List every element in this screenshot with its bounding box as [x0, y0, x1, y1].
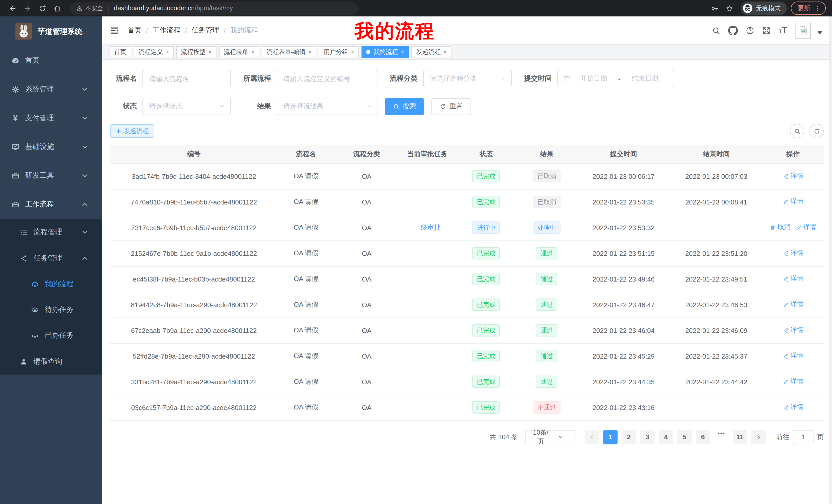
page-button[interactable]: 1 — [603, 430, 618, 444]
detail-link[interactable]: 详情 — [796, 223, 816, 232]
home-icon[interactable] — [53, 4, 61, 12]
detail-link[interactable]: 详情 — [783, 403, 803, 412]
caret-down-icon[interactable] — [815, 28, 824, 37]
back-icon[interactable] — [9, 4, 17, 12]
close-icon[interactable]: × — [400, 48, 404, 55]
process-definition-input[interactable] — [277, 70, 378, 87]
refresh-table-button[interactable] — [809, 124, 824, 138]
sidebar-item[interactable]: 基础设施 — [0, 133, 102, 161]
tab-chip[interactable]: 流程模型× — [176, 46, 216, 58]
more-pages-icon[interactable]: ••• — [714, 430, 729, 444]
cell-id: 331bc281-7b9a-11ec-a290-acde48001122 — [110, 369, 278, 395]
tab-chip[interactable]: 发起流程× — [411, 46, 451, 58]
cell-name: OA 请假 — [278, 189, 334, 215]
address-bar[interactable]: 不安全 dashboard.yudao.iocoder.cn /bpm/task… — [70, 2, 358, 15]
sidebar-item[interactable]: 请假查询 — [0, 348, 102, 374]
sidebar-item[interactable]: 我的流程 — [0, 271, 102, 297]
close-icon[interactable]: × — [165, 48, 169, 55]
create-process-button[interactable]: 发起流程 — [110, 124, 154, 138]
sidebar-item[interactable]: 系统管理 — [0, 75, 102, 104]
toggle-search-button[interactable] — [790, 124, 804, 138]
page-button[interactable]: 6 — [696, 430, 710, 444]
search-icon[interactable] — [712, 26, 721, 35]
detail-link[interactable]: 详情 — [783, 300, 803, 309]
avatar[interactable] — [795, 22, 811, 38]
detail-link[interactable]: 详情 — [783, 377, 803, 386]
end-date-placeholder[interactable]: 结束日期 — [621, 74, 669, 83]
cell-category: OA — [334, 163, 399, 189]
update-button[interactable]: 更新 — [791, 2, 826, 15]
breadcrumb-home[interactable]: 首页 — [128, 26, 141, 35]
sidebar-fold-icon[interactable] — [109, 25, 119, 35]
sidebar-item[interactable]: 首页 — [0, 46, 102, 75]
help-icon[interactable] — [746, 26, 754, 35]
close-icon[interactable]: × — [251, 48, 255, 55]
tab-chip[interactable]: 首页 — [109, 46, 131, 58]
close-icon[interactable]: × — [208, 48, 212, 55]
start-date-placeholder[interactable]: 开始日期 — [570, 74, 617, 83]
cell-submit-time: 2022-01-22 23:46:47 — [577, 292, 670, 317]
github-icon[interactable] — [728, 25, 738, 35]
password-key-icon[interactable] — [711, 4, 718, 12]
submit-time-range[interactable]: 开始日期 - 结束日期 — [557, 70, 674, 87]
reset-button[interactable]: 重置 — [432, 98, 471, 115]
close-icon[interactable]: × — [443, 48, 447, 55]
tab-chip[interactable]: 流程表单× — [219, 46, 259, 58]
search-button[interactable]: 搜索 — [385, 98, 424, 115]
page-scrollbar[interactable] — [829, 17, 832, 504]
chevron-down-icon — [81, 85, 89, 93]
detail-link[interactable]: 详情 — [783, 249, 803, 258]
breadcrumb-current: 我的流程 — [230, 26, 258, 35]
detail-link[interactable]: 详情 — [783, 198, 803, 206]
status-badge: 已完成 — [472, 196, 500, 208]
cell-current-task — [399, 292, 455, 317]
page-button[interactable]: 3 — [640, 430, 655, 444]
cell-id: 2152467e-7b9b-11ec-9a1b-acde48001122 — [110, 241, 278, 266]
sidebar-item[interactable]: ¥支付管理 — [0, 104, 102, 133]
bookmark-star-icon[interactable] — [726, 4, 733, 12]
process-name-input[interactable] — [142, 70, 231, 87]
breadcrumb-task-mgmt[interactable]: 任务管理 — [191, 26, 219, 35]
cell-id: 7317cec6-7b9b-11ec-b5b7-acde48001122 — [110, 215, 278, 241]
column-header: 当前审批任务 — [399, 145, 455, 163]
sidebar-item[interactable]: 研发工具 — [0, 161, 102, 190]
detail-link[interactable]: 详情 — [783, 275, 803, 283]
current-task-link[interactable]: 一级审批 — [414, 223, 441, 231]
reload-icon[interactable] — [38, 4, 46, 12]
detail-link[interactable]: 详情 — [783, 172, 803, 180]
cell-end-time — [670, 215, 762, 241]
next-page-button[interactable] — [751, 430, 766, 444]
tab-chip[interactable]: 流程表单-编辑× — [262, 46, 316, 58]
status-select[interactable]: 请选择状态 — [142, 97, 231, 115]
detail-link[interactable]: 详情 — [783, 326, 803, 335]
fullscreen-icon[interactable] — [762, 26, 771, 35]
breadcrumb-workflow[interactable]: 工作流程 — [153, 26, 180, 35]
prev-page-button[interactable] — [585, 430, 599, 444]
page-button[interactable]: 5 — [677, 430, 692, 444]
sidebar-item[interactable]: 待办任务 — [0, 297, 102, 323]
app-logo[interactable]: 芋道管理系统 — [0, 17, 102, 46]
close-icon[interactable]: × — [308, 48, 312, 55]
sidebar-item[interactable]: 工作流程 — [0, 190, 102, 219]
font-size-icon[interactable]: TT — [779, 25, 787, 35]
close-icon[interactable]: × — [351, 48, 354, 55]
tab-chip[interactable]: 流程定义× — [134, 46, 174, 58]
detail-link[interactable]: 详情 — [783, 352, 803, 360]
page-button[interactable]: 4 — [659, 430, 673, 444]
goto-page-input[interactable] — [793, 430, 813, 444]
security-chip[interactable]: 不安全 — [76, 4, 103, 12]
page-button[interactable]: 11 — [733, 430, 747, 444]
sidebar-item[interactable]: 已办任务 — [0, 323, 102, 348]
page-button[interactable]: 2 — [622, 430, 636, 444]
result-select[interactable]: 请选择流结果 — [277, 97, 378, 115]
tree-list-icon — [20, 228, 28, 236]
sidebar-item[interactable]: 任务管理 — [0, 245, 102, 271]
category-select[interactable]: 请选择流程分类 — [423, 70, 512, 87]
tab-chip[interactable]: 用户分组× — [319, 46, 359, 58]
menu-dots-icon[interactable] — [814, 5, 821, 11]
cancel-link[interactable]: 取消 — [770, 223, 790, 232]
forward-icon[interactable] — [24, 4, 31, 12]
page-size-select[interactable]: 10条/页 — [525, 430, 575, 444]
tab-chip[interactable]: 我的流程× — [362, 46, 409, 58]
sidebar-item[interactable]: 流程管理 — [0, 219, 102, 245]
